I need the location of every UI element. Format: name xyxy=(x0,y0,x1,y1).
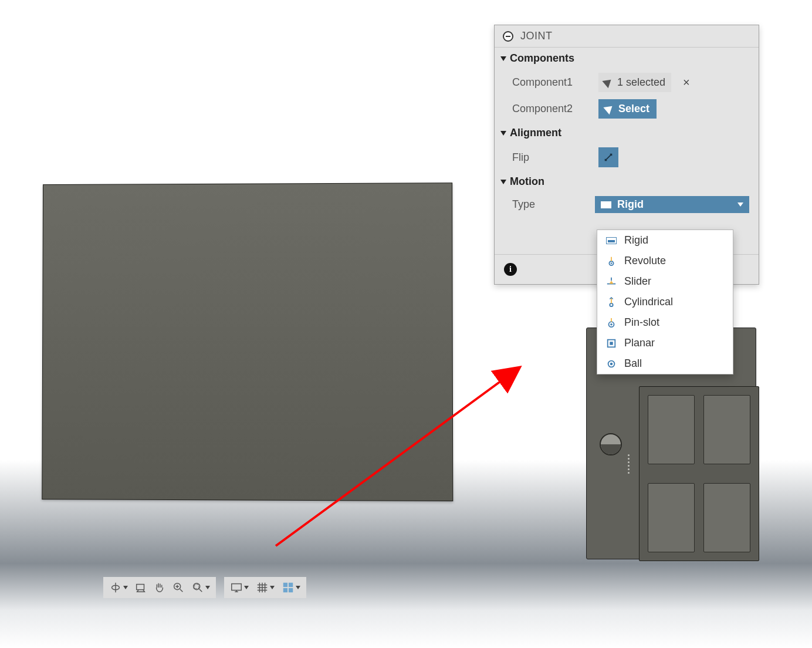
option-label: Slider xyxy=(624,275,651,288)
orbit-icon xyxy=(109,581,122,594)
option-label: Planar xyxy=(624,337,655,349)
svg-rect-15 xyxy=(283,583,287,587)
flip-row: Flip xyxy=(495,144,759,171)
model-knob[interactable] xyxy=(600,433,622,455)
svg-rect-6 xyxy=(610,342,613,345)
clear-selection-button[interactable]: × xyxy=(683,76,690,89)
ball-icon xyxy=(605,359,617,369)
type-value: Rigid xyxy=(617,198,644,211)
motion-type-dropdown: Rigid Revolute Slider Cylindrical Pin-sl… xyxy=(597,230,733,374)
svg-point-8 xyxy=(610,362,613,365)
fit-icon xyxy=(191,581,204,594)
component1-selection[interactable]: 1 selected xyxy=(598,73,671,92)
select-component2-button[interactable]: Select xyxy=(598,99,657,119)
motion-type-select[interactable]: Rigid xyxy=(595,196,749,213)
door-pane xyxy=(648,395,695,464)
panel-title: JOINT xyxy=(520,30,553,42)
panel-titlebar[interactable]: JOINT xyxy=(495,25,759,48)
chevron-down-icon xyxy=(205,586,210,589)
chevron-down-icon xyxy=(500,180,506,184)
cursor-icon xyxy=(604,77,613,88)
revolute-icon xyxy=(605,256,617,266)
model-slab[interactable] xyxy=(42,183,453,501)
svg-rect-16 xyxy=(289,583,293,587)
pan-icon xyxy=(153,581,166,594)
grid-icon xyxy=(256,581,269,594)
motion-option-rigid[interactable]: Rigid xyxy=(597,230,733,251)
viewports-button[interactable] xyxy=(278,579,304,596)
look-at-icon xyxy=(134,581,147,594)
motion-option-ball[interactable]: Ball xyxy=(597,353,733,374)
fit-button[interactable] xyxy=(188,579,214,596)
component2-label: Component2 xyxy=(512,103,591,115)
cursor-icon xyxy=(605,104,614,114)
display-button[interactable] xyxy=(226,579,252,596)
pinslot-icon xyxy=(605,318,617,328)
chevron-down-icon xyxy=(500,56,506,61)
svg-rect-10 xyxy=(137,585,144,590)
section-label: Alignment xyxy=(510,127,561,139)
orbit-button[interactable] xyxy=(106,579,131,596)
option-label: Cylindrical xyxy=(624,296,673,308)
motion-option-cylindrical[interactable]: Cylindrical xyxy=(597,292,733,312)
type-label: Type xyxy=(512,198,588,211)
select-label: Select xyxy=(618,103,649,115)
section-motion[interactable]: Motion xyxy=(495,171,759,193)
rigid-icon xyxy=(601,201,611,208)
svg-point-1 xyxy=(611,262,613,264)
navigation-toolbar xyxy=(103,577,306,598)
svg-rect-13 xyxy=(195,585,199,589)
model-hinge xyxy=(628,454,634,474)
info-icon[interactable]: i xyxy=(504,263,517,276)
display-icon xyxy=(230,581,243,594)
chevron-down-icon xyxy=(500,131,506,136)
flip-button[interactable] xyxy=(598,147,618,167)
option-label: Rigid xyxy=(624,234,648,247)
option-label: Ball xyxy=(624,357,642,370)
section-label: Motion xyxy=(510,176,544,188)
section-label: Components xyxy=(510,52,574,65)
svg-point-2 xyxy=(610,303,613,306)
type-row: Type Rigid xyxy=(495,193,759,221)
component1-label: Component1 xyxy=(512,76,591,89)
door-pane xyxy=(703,483,750,552)
pan-button[interactable] xyxy=(150,579,169,596)
door-pane xyxy=(703,395,750,464)
svg-rect-17 xyxy=(283,588,287,592)
section-alignment[interactable]: Alignment xyxy=(495,122,759,144)
nav-group-1 xyxy=(103,577,216,598)
slider-icon xyxy=(605,276,617,287)
chevron-down-icon xyxy=(296,586,300,589)
motion-option-slider[interactable]: Slider xyxy=(597,271,733,292)
svg-rect-18 xyxy=(289,588,293,592)
component2-row: Component2 Select xyxy=(495,96,759,122)
grid-button[interactable] xyxy=(252,579,278,596)
motion-option-revolute[interactable]: Revolute xyxy=(597,251,733,271)
model-door[interactable] xyxy=(639,386,759,561)
flip-icon xyxy=(603,152,614,163)
svg-point-4 xyxy=(610,323,613,325)
rigid-icon xyxy=(605,235,617,246)
nav-group-2 xyxy=(224,577,306,598)
zoom-icon xyxy=(172,581,185,594)
look-at-button[interactable] xyxy=(131,579,150,596)
section-components[interactable]: Components xyxy=(495,48,759,69)
chevron-down-icon xyxy=(123,586,128,589)
option-label: Pin-slot xyxy=(624,316,659,329)
chevron-down-icon xyxy=(737,203,743,207)
chevron-down-icon xyxy=(244,586,249,589)
chevron-down-icon xyxy=(270,586,275,589)
viewports-icon xyxy=(282,581,295,594)
flip-label: Flip xyxy=(512,151,591,164)
zoom-button[interactable] xyxy=(169,579,188,596)
component1-value: 1 selected xyxy=(617,76,665,89)
svg-rect-14 xyxy=(232,584,242,590)
door-pane xyxy=(648,483,695,552)
joint-panel: JOINT Components Component1 1 selected ×… xyxy=(494,25,759,285)
motion-option-planar[interactable]: Planar xyxy=(597,333,733,353)
component1-row: Component1 1 selected × xyxy=(495,69,759,96)
motion-option-pinslot[interactable]: Pin-slot xyxy=(597,312,733,333)
planar-icon xyxy=(605,338,617,349)
minimize-icon[interactable] xyxy=(503,31,513,42)
option-label: Revolute xyxy=(624,255,666,267)
